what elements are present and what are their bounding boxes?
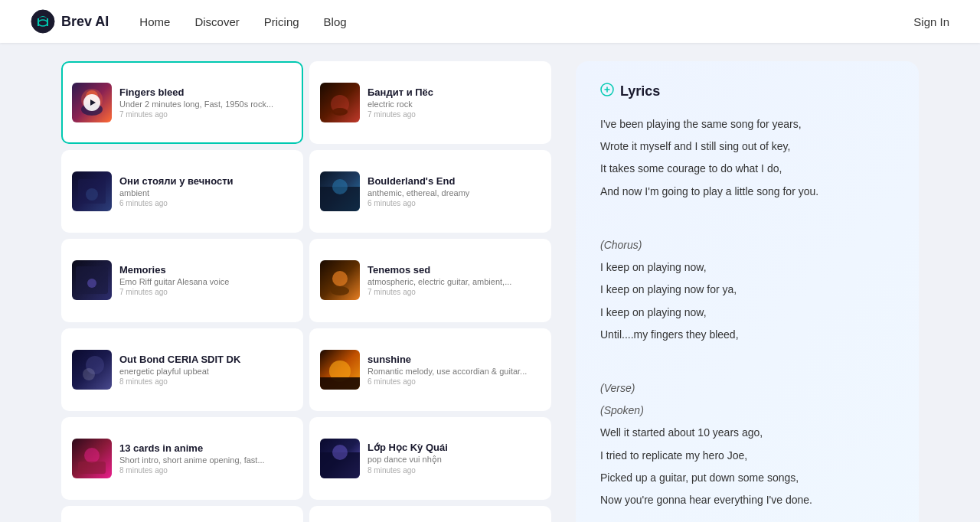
song-tags: ambient bbox=[119, 188, 292, 197]
svg-rect-31 bbox=[78, 462, 106, 474]
navbar: Brev AI Home Discover Pricing Blog Sign … bbox=[0, 0, 980, 43]
lyrics-line bbox=[600, 204, 894, 223]
lyrics-line: Picked up a guitar, put down some songs, bbox=[600, 468, 894, 488]
song-info: Fingers bleed Under 2 minutes long, Fast… bbox=[119, 86, 292, 119]
lyrics-line: Until....my fingers they bleed, bbox=[600, 325, 894, 344]
svg-rect-28 bbox=[320, 377, 360, 390]
svg-point-22 bbox=[331, 286, 349, 295]
main-content: Fingers bleed Under 2 minutes long, Fast… bbox=[0, 43, 980, 522]
song-tags: atmospheric, electric guitar, ambient,..… bbox=[368, 277, 541, 286]
song-thumbnail bbox=[72, 83, 112, 122]
song-title: Fingers bleed bbox=[119, 86, 292, 98]
song-title: 13 cards in anime bbox=[119, 442, 292, 454]
svg-point-10 bbox=[332, 108, 348, 116]
song-tags: Romantic melody, use accordian & guitar.… bbox=[368, 367, 541, 376]
song-tags: Emo Riff guitar Alesana voice bbox=[119, 277, 292, 286]
svg-point-13 bbox=[86, 188, 98, 201]
song-card-alles[interactable]: Alles Gute zum 2. Geburtstag Hailey rau … bbox=[61, 506, 303, 522]
song-card-13cards[interactable]: 13 cards in anime Short intro, short ani… bbox=[61, 417, 303, 500]
logo-text: Brev AI bbox=[61, 14, 109, 30]
lyrics-line: Well it started about 10 years ago, bbox=[600, 423, 894, 442]
song-title: sunshine bbox=[368, 354, 541, 365]
logo-icon bbox=[31, 9, 55, 34]
lyrics-line: I tried to replicate my hero Joe, bbox=[600, 446, 894, 465]
song-card-memories[interactable]: Memories Emo Riff guitar Alesana voice 7… bbox=[61, 239, 303, 321]
song-info: sunshine Romantic melody, use accordian … bbox=[368, 354, 541, 386]
song-time: 7 minutes ago bbox=[368, 110, 541, 119]
song-title: Они стояли у вечности bbox=[119, 175, 292, 187]
song-thumbnail bbox=[320, 83, 360, 122]
song-time: 7 minutes ago bbox=[119, 288, 292, 296]
song-time: 8 minutes ago bbox=[368, 466, 541, 475]
svg-point-19 bbox=[87, 279, 96, 288]
svg-point-34 bbox=[332, 445, 348, 460]
song-title: Tenemos sed bbox=[368, 264, 541, 276]
lyrics-body: I've been playing the same song for year… bbox=[600, 115, 894, 522]
song-tags: Under 2 minutes long, Fast, 1950s rock..… bbox=[119, 100, 292, 109]
song-title: Lớp Học Kỳ Quái bbox=[368, 442, 541, 453]
song-card-tenemos[interactable]: Tenemos sed atmospheric, electric guitar… bbox=[309, 239, 551, 321]
nav-home[interactable]: Home bbox=[139, 15, 170, 28]
lyrics-line: (Spoken) bbox=[600, 401, 894, 420]
svg-point-25 bbox=[83, 368, 95, 380]
svg-point-30 bbox=[84, 448, 100, 463]
song-card-fingers-bleed[interactable]: Fingers bleed Under 2 minutes long, Fast… bbox=[61, 61, 303, 144]
lyrics-line bbox=[600, 347, 894, 367]
song-card-oni[interactable]: Они стояли у вечности ambient 6 minutes … bbox=[61, 150, 303, 233]
lyrics-title: Lyrics bbox=[620, 83, 660, 100]
nav-links: Home Discover Pricing Blog bbox=[139, 15, 913, 28]
song-thumbnail bbox=[320, 439, 360, 478]
lyrics-panel: Lyrics I've been playing the same song f… bbox=[576, 61, 919, 522]
song-time: 6 minutes ago bbox=[119, 199, 292, 207]
lyrics-line: It takes some courage to do what I do, bbox=[600, 159, 894, 178]
song-card-outbond[interactable]: Out Bond CERIA SDIT DK energetic playful… bbox=[61, 328, 303, 411]
song-time: 8 minutes ago bbox=[119, 377, 292, 386]
lyrics-line: I've been playing the same song for year… bbox=[600, 115, 894, 134]
song-card-sunshine[interactable]: sunshine Romantic melody, use accordian … bbox=[309, 328, 551, 411]
svg-point-0 bbox=[31, 10, 54, 33]
song-title: Memories bbox=[119, 264, 292, 276]
song-tags: anthemic, ethereal, dreamy bbox=[368, 188, 541, 197]
lyrics-line: And now I'm going to play a little song … bbox=[600, 182, 894, 201]
song-time: 7 minutes ago bbox=[119, 110, 292, 119]
lyrics-line: Now you're gonna hear everything I've do… bbox=[600, 491, 894, 510]
lyrics-line: I keep on playing now, bbox=[600, 258, 894, 277]
play-button[interactable] bbox=[83, 94, 100, 111]
lyrics-line bbox=[600, 513, 894, 522]
logo[interactable]: Brev AI bbox=[31, 9, 109, 34]
song-info: Бандит и Пёс electric rock 7 minutes ago bbox=[368, 86, 541, 119]
song-card-boulder[interactable]: Boulderland's End anthemic, ethereal, dr… bbox=[309, 150, 551, 233]
svg-point-21 bbox=[332, 271, 348, 286]
song-card-bandit[interactable]: Бандит и Пёс electric rock 7 minutes ago bbox=[309, 61, 551, 144]
song-thumbnail bbox=[320, 171, 360, 211]
lyrics-icon bbox=[600, 83, 614, 100]
song-card-checkmate[interactable]: Checkmate energetic aggressive hip-hop 8… bbox=[309, 506, 551, 522]
song-title: Out Bond CERIA SDIT DK bbox=[119, 354, 292, 365]
song-time: 6 minutes ago bbox=[368, 377, 541, 386]
song-tags: pop dance vui nhộn bbox=[368, 455, 541, 465]
song-info: Tenemos sed atmospheric, electric guitar… bbox=[368, 264, 541, 296]
sign-in-button[interactable]: Sign In bbox=[913, 15, 949, 28]
song-info: Out Bond CERIA SDIT DK energetic playful… bbox=[119, 354, 292, 386]
song-thumbnail bbox=[72, 350, 112, 390]
song-time: 8 minutes ago bbox=[119, 466, 292, 475]
nav-pricing[interactable]: Pricing bbox=[264, 15, 299, 28]
song-info: Они стояли у вечности ambient 6 minutes … bbox=[119, 175, 292, 207]
song-time: 6 minutes ago bbox=[368, 199, 541, 207]
lyrics-line: (Chorus) bbox=[600, 236, 894, 255]
song-info: 13 cards in anime Short intro, short ani… bbox=[119, 442, 292, 475]
song-thumbnail bbox=[72, 260, 112, 300]
lyrics-line: I keep on playing now, bbox=[600, 303, 894, 322]
song-thumbnail bbox=[72, 439, 112, 478]
song-tags: electric rock bbox=[368, 100, 541, 109]
song-tags: Short intro, short anime opening, fast..… bbox=[119, 455, 292, 465]
nav-discover[interactable]: Discover bbox=[194, 15, 239, 28]
song-title: Boulderland's End bbox=[368, 175, 541, 187]
lyrics-line: I keep on playing now for ya, bbox=[600, 280, 894, 299]
lyrics-line: (Verse) bbox=[600, 379, 894, 398]
svg-point-16 bbox=[332, 179, 348, 194]
song-time: 7 minutes ago bbox=[368, 288, 541, 296]
song-thumbnail bbox=[320, 260, 360, 300]
song-card-lop[interactable]: Lớp Học Kỳ Quái pop dance vui nhộn 8 min… bbox=[309, 417, 551, 500]
nav-blog[interactable]: Blog bbox=[324, 15, 347, 28]
